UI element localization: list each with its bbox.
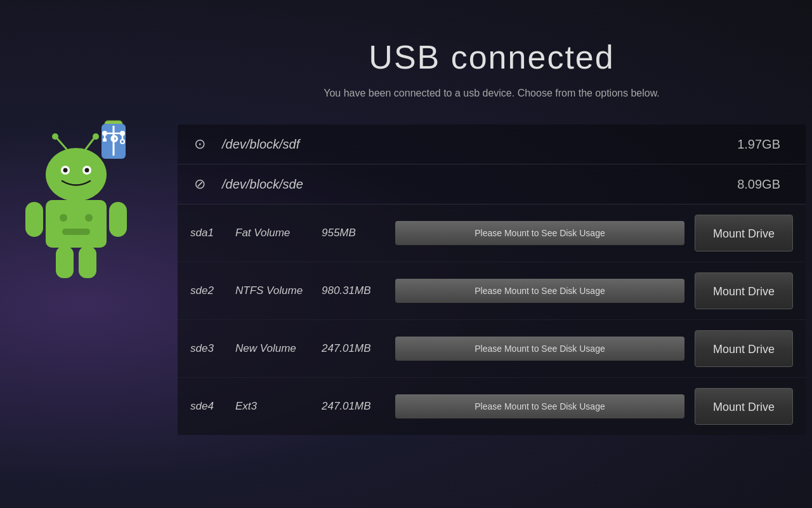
svg-rect-26 [109, 202, 127, 237]
partition-row-sde4: sde4 Ext3 247.01MB Please Mount to See D… [178, 378, 806, 435]
disk-usage-label-sde3: Please Mount to See Disk Usage [475, 344, 605, 354]
svg-point-22 [60, 214, 67, 222]
drive-header-sdf[interactable]: ⊙ /dev/block/sdf 1.97GB [178, 124, 806, 164]
disk-usage-bar-sda1: Please Mount to See Disk Usage [395, 221, 684, 245]
partition-type-sda1: Fat Volume [235, 227, 311, 239]
mount-drive-button-sde4[interactable]: Mount Drive [695, 388, 793, 425]
svg-point-20 [93, 133, 99, 140]
svg-rect-25 [25, 202, 43, 237]
partition-type-sde3: New Volume [235, 342, 311, 355]
mount-drive-button-sde3[interactable]: Mount Drive [695, 330, 793, 367]
partition-name-sde3: sde3 [190, 342, 225, 355]
svg-rect-21 [46, 200, 107, 248]
drive-size-sde: 8.09GB [737, 177, 780, 192]
drive-path-sde: /dev/block/sde [222, 177, 737, 192]
mount-drive-button-sda1[interactable]: Mount Drive [695, 215, 793, 251]
disk-usage-label-sda1: Please Mount to See Disk Usage [475, 228, 605, 238]
chevron-up-icon[interactable]: ⊘ [190, 176, 209, 192]
disk-usage-bar-sde3: Please Mount to See Disk Usage [395, 337, 684, 361]
drive-list: ⊙ /dev/block/sdf 1.97GB ⊘ /dev/block/sde… [178, 124, 806, 435]
drive-size-sdf: 1.97GB [737, 137, 780, 152]
svg-rect-24 [62, 229, 90, 235]
disk-usage-bar-sde4: Please Mount to See Disk Usage [395, 394, 684, 418]
partition-type-sde4: Ext3 [235, 400, 311, 413]
partition-name-sda1: sda1 [190, 227, 225, 239]
svg-point-15 [63, 168, 68, 173]
partition-row-sde2: sde2 NTFS Volume 980.31MB Please Mount t… [178, 262, 806, 320]
android-illustration: ⚡ ⚬ [19, 114, 159, 305]
svg-point-16 [85, 168, 89, 173]
svg-rect-27 [56, 246, 74, 278]
partition-type-sde2: NTFS Volume [235, 284, 311, 297]
partition-row-sda1: sda1 Fat Volume 955MB Please Mount to Se… [178, 204, 806, 262]
partition-size-sde2: 980.31MB [322, 284, 385, 297]
svg-point-18 [52, 133, 58, 140]
partition-size-sde4: 247.01MB [322, 400, 385, 413]
drive-header-sde[interactable]: ⊘ /dev/block/sde 8.09GB [178, 164, 806, 204]
svg-line-19 [86, 138, 94, 149]
svg-rect-9 [103, 138, 107, 142]
disk-usage-bar-sde2: Please Mount to See Disk Usage [395, 279, 684, 303]
svg-line-17 [57, 138, 67, 149]
svg-point-12 [46, 148, 107, 201]
chevron-down-icon[interactable]: ⊙ [190, 136, 209, 152]
page-subtitle: You have been connected to a usb device.… [178, 88, 806, 99]
partition-size-sda1: 955MB [322, 227, 385, 239]
svg-rect-28 [79, 246, 96, 278]
page-title: USB connected [178, 38, 806, 76]
mount-drive-button-sde2[interactable]: Mount Drive [695, 272, 793, 309]
svg-point-23 [85, 214, 93, 222]
partition-row-sde3: sde3 New Volume 247.01MB Please Mount to… [178, 320, 806, 378]
main-content: USB connected You have been connected to… [178, 38, 806, 435]
partition-size-sde3: 247.01MB [322, 342, 385, 355]
drive-path-sdf: /dev/block/sdf [222, 137, 737, 152]
partition-name-sde2: sde2 [190, 284, 225, 297]
disk-usage-label-sde4: Please Mount to See Disk Usage [475, 401, 605, 411]
partition-name-sde4: sde4 [190, 400, 225, 413]
partition-section-sde: sda1 Fat Volume 955MB Please Mount to Se… [178, 204, 806, 435]
disk-usage-label-sde2: Please Mount to See Disk Usage [475, 286, 605, 296]
